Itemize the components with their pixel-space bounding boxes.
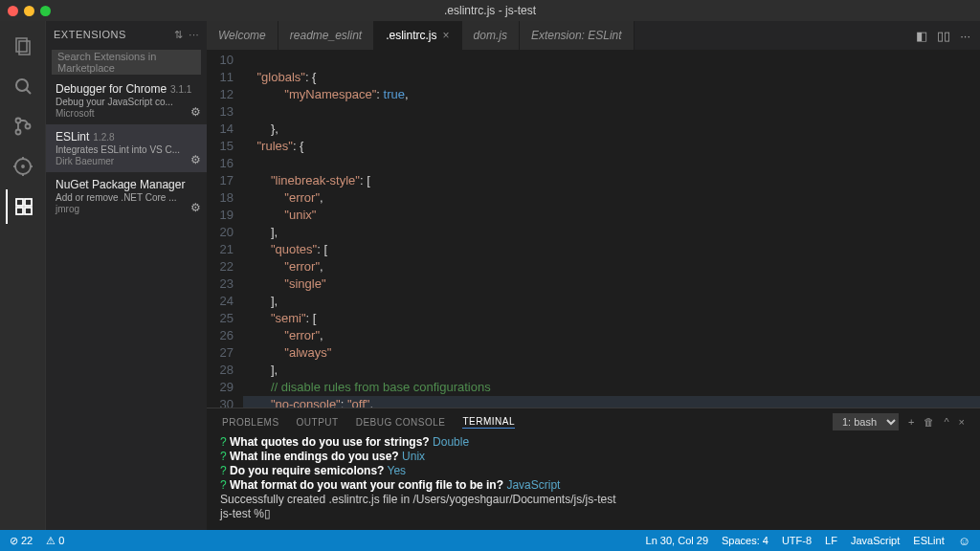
editor-area: Welcome readme_eslint .eslintrc.js× dom.… (207, 21, 980, 530)
close-window-icon[interactable] (8, 6, 18, 16)
filter-icon[interactable]: ⇅ (174, 29, 184, 41)
more-icon[interactable]: ··· (189, 29, 199, 41)
extensions-icon[interactable] (6, 189, 40, 224)
svg-rect-13 (16, 199, 23, 206)
tab-readme-eslint[interactable]: readme_eslint (278, 21, 374, 50)
tab-welcome[interactable]: Welcome (207, 21, 278, 50)
svg-point-2 (16, 79, 28, 91)
search-icon[interactable] (6, 69, 40, 103)
source-control-icon[interactable] (6, 109, 40, 143)
extension-version: 3.1.1 (170, 84, 191, 95)
status-eslint[interactable]: ESLint (913, 534, 944, 548)
code-content[interactable]: "globals": { "myNamespace": true, }, "ru… (243, 50, 980, 408)
extension-publisher: jmrog (56, 204, 197, 214)
maximize-panel-icon[interactable]: ^ (944, 416, 948, 428)
extension-publisher: Microsoft (56, 108, 197, 119)
extensions-sidebar: EXTENSIONS ⇅ ··· Search Extensions in Ma… (46, 21, 207, 530)
minimize-window-icon[interactable] (24, 6, 34, 16)
title-bar: .eslintrc.js - js-test (0, 0, 980, 21)
explorer-icon[interactable] (6, 29, 40, 63)
extension-desc: Add or remove .NET Core ... (56, 192, 197, 203)
gear-icon[interactable]: ⚙ (190, 201, 201, 214)
extensions-search-input[interactable]: Search Extensions in Marketplace (52, 50, 201, 75)
editor-tabs-row: Welcome readme_eslint .eslintrc.js× dom.… (207, 21, 980, 50)
zoom-window-icon[interactable] (40, 6, 51, 16)
status-warnings-count: 0 (58, 535, 64, 546)
split-editor-icon[interactable]: ◧ (916, 29, 927, 43)
close-panel-icon[interactable]: × (959, 416, 965, 428)
tab-label: dom.js (474, 29, 507, 42)
svg-rect-16 (25, 208, 32, 214)
extension-item-debugger-chrome[interactable]: Debugger for Chrome3.1.1 Debug your Java… (46, 77, 207, 124)
extension-item-eslint[interactable]: ESLint1.2.8 Integrates ESLint into VS C.… (46, 124, 207, 172)
editor-body[interactable]: 1011121314151617181920212223242526272829… (207, 50, 980, 408)
panel-tab-output[interactable]: OUTPUT (297, 417, 339, 428)
panel-tab-problems[interactable]: PROBLEMS (222, 417, 279, 428)
window-title: .eslintrc.js - js-test (444, 4, 536, 17)
svg-rect-14 (25, 199, 32, 206)
status-errors[interactable]: ⊘22 (10, 535, 33, 547)
tab-label: Extension: ESLint (531, 29, 622, 42)
gear-icon[interactable]: ⚙ (190, 105, 201, 119)
extension-publisher: Dirk Baeumer (56, 156, 197, 166)
extension-title: Debugger for Chrome (56, 82, 167, 96)
extension-title: NuGet Package Manager (56, 178, 185, 191)
status-encoding[interactable]: UTF-8 (782, 534, 812, 548)
terminal-select[interactable]: 1: bash (833, 413, 899, 430)
gear-icon[interactable]: ⚙ (190, 153, 201, 166)
panel-tab-debug-console[interactable]: DEBUG CONSOLE (356, 417, 446, 428)
svg-point-7 (15, 159, 31, 174)
status-spaces[interactable]: Spaces: 4 (722, 534, 768, 548)
tab-label: Welcome (218, 29, 266, 42)
tab-label: .eslintrc.js (386, 29, 436, 42)
tab-more-icon[interactable]: ··· (960, 29, 970, 43)
svg-rect-15 (16, 208, 23, 214)
tab-extension-eslint[interactable]: Extension: ESLint (520, 21, 635, 50)
panel-tabs: PROBLEMS OUTPUT DEBUG CONSOLE TERMINAL 1… (207, 408, 980, 435)
line-gutter: 1011121314151617181920212223242526272829… (207, 50, 243, 408)
terminal-body[interactable]: ? What quotes do you use for strings? Do… (207, 435, 980, 530)
tab-label: readme_eslint (290, 29, 362, 42)
tab-eslintrc[interactable]: .eslintrc.js× (374, 21, 461, 50)
extension-version: 1.2.8 (93, 132, 114, 143)
extension-desc: Integrates ESLint into VS C... (56, 144, 197, 155)
svg-line-3 (26, 90, 31, 95)
status-errors-count: 22 (21, 535, 33, 546)
panel-tab-terminal[interactable]: TERMINAL (462, 416, 515, 429)
tab-dom[interactable]: dom.js (462, 21, 520, 50)
extension-item-nuget[interactable]: NuGet Package Manager Add or remove .NET… (46, 172, 207, 220)
status-language[interactable]: JavaScript (851, 534, 900, 548)
sidebar-heading: EXTENSIONS ⇅ ··· (46, 21, 207, 48)
status-warnings[interactable]: ⚠0 (46, 535, 64, 547)
traffic-lights (0, 6, 51, 16)
debug-icon[interactable] (6, 149, 40, 184)
sidebar-heading-label: EXTENSIONS (54, 29, 126, 40)
close-icon[interactable]: × (443, 29, 450, 42)
svg-rect-0 (16, 38, 27, 52)
svg-point-6 (25, 124, 30, 129)
column-layout-icon[interactable]: ▯▯ (937, 29, 950, 43)
extension-desc: Debug your JavaScript co... (56, 97, 197, 107)
bottom-panel: PROBLEMS OUTPUT DEBUG CONSOLE TERMINAL 1… (207, 408, 980, 530)
svg-rect-1 (19, 41, 30, 55)
svg-point-8 (22, 165, 24, 167)
feedback-icon[interactable]: ☺ (958, 534, 970, 548)
error-icon: ⊘ (10, 535, 18, 547)
status-ln-col[interactable]: Ln 30, Col 29 (646, 534, 708, 548)
svg-point-5 (15, 130, 20, 135)
svg-point-4 (15, 119, 20, 123)
extension-title: ESLint (56, 130, 89, 143)
status-eol[interactable]: LF (825, 534, 837, 548)
kill-terminal-icon[interactable]: 🗑 (924, 416, 934, 428)
warning-icon: ⚠ (46, 535, 56, 547)
status-bar: ⊘22 ⚠0 Ln 30, Col 29 Spaces: 4 UTF-8 LF … (0, 530, 980, 551)
new-terminal-icon[interactable]: + (908, 416, 914, 428)
activity-bar (0, 21, 46, 530)
